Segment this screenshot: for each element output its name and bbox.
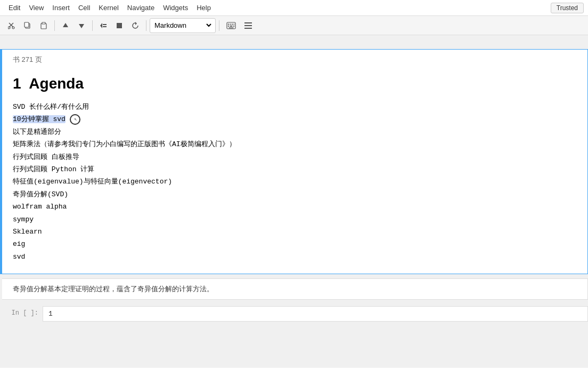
stop-icon <box>116 22 123 29</box>
agenda-item: 10分钟掌握 svd↖ <box>13 113 577 125</box>
cut-button[interactable] <box>4 18 19 33</box>
agenda-item: eig <box>13 238 577 250</box>
copy-button[interactable] <box>20 18 35 33</box>
svg-point-3 <box>12 27 14 29</box>
code-input-cell: In [ ]: 1 <box>0 306 588 322</box>
toolbar: MarkdownCodeRaw NBConvertHeading <box>0 16 588 35</box>
svg-rect-5 <box>24 22 29 27</box>
agenda-item: sympy <box>13 213 577 226</box>
menu-view[interactable]: View <box>24 2 48 14</box>
paste-button[interactable] <box>36 18 51 33</box>
agenda-item: wolfram alpha <box>13 201 577 213</box>
menu-help[interactable]: Help <box>192 2 215 14</box>
svg-rect-26 <box>244 28 252 29</box>
svg-rect-16 <box>228 23 229 25</box>
agenda-item: svd <box>13 251 577 263</box>
agenda-list: SVD 长什么样/有什么用10分钟掌握 svd↖以下是精通部分矩阵乘法（请参考我… <box>13 101 577 263</box>
insert-above-button[interactable] <box>96 18 111 33</box>
svg-rect-22 <box>233 26 234 27</box>
restart-icon <box>132 22 139 29</box>
svg-marker-14 <box>135 22 137 25</box>
agenda-item: 行列式回顾 Python 计算 <box>13 163 577 175</box>
agenda-heading: 1 Agenda <box>13 75 577 92</box>
menu-insert[interactable]: Insert <box>48 2 74 14</box>
svg-rect-19 <box>234 23 235 25</box>
agenda-item: Sklearn <box>13 226 577 238</box>
menu-widgets[interactable]: Widgets <box>159 2 192 14</box>
copy-icon <box>24 22 31 29</box>
menu-bar: Edit View Insert Cell Kernel Navigate Wi… <box>0 0 588 16</box>
svg-rect-24 <box>244 22 252 23</box>
text-cell-body[interactable]: 奇异值分解基本定理证明的过程，蕴含了奇异值分解的计算方法。 <box>2 278 588 300</box>
menu-cell[interactable]: Cell <box>74 2 94 14</box>
svg-rect-25 <box>244 25 252 26</box>
svg-rect-12 <box>103 26 107 27</box>
restart-button[interactable] <box>128 18 143 33</box>
list-icon-button[interactable] <box>241 18 256 33</box>
separator-4 <box>219 20 219 31</box>
move-down-button[interactable] <box>74 18 89 33</box>
cell-type-select-input[interactable]: MarkdownCodeRaw NBConvertHeading <box>152 21 213 30</box>
cell-type-dropdown[interactable]: MarkdownCodeRaw NBConvertHeading <box>150 18 216 33</box>
insert-above-icon <box>100 22 107 29</box>
svg-rect-20 <box>228 26 229 27</box>
notebook-container: 书 271 页 1 Agenda SVD 长什么样/有什么用10分钟掌握 svd… <box>0 35 588 367</box>
list-icon <box>244 22 252 29</box>
trusted-button[interactable]: Trusted <box>551 3 584 13</box>
code-input-area[interactable]: 1 <box>43 306 588 322</box>
agenda-item: 矩阵乘法（请参考我们专门为小白编写的正版图书《AI极简编程入门》） <box>13 138 577 150</box>
arrow-up-icon <box>62 22 69 29</box>
keyboard-icon <box>226 22 236 29</box>
menu-kernel[interactable]: Kernel <box>94 2 123 14</box>
text-cell: 奇异值分解基本定理证明的过程，蕴含了奇异值分解的计算方法。 <box>0 278 588 300</box>
svg-rect-11 <box>103 24 107 25</box>
agenda-item: 行列式回顾 白板推导 <box>13 151 577 163</box>
svg-marker-10 <box>100 23 102 28</box>
svg-rect-13 <box>117 23 122 28</box>
keyboard-shortcut-button[interactable] <box>223 18 240 33</box>
separator-3 <box>146 20 146 31</box>
move-up-button[interactable] <box>58 18 73 33</box>
text-cell-content: 奇异值分解基本定理证明的过程，蕴含了奇异值分解的计算方法。 <box>2 279 587 299</box>
svg-point-2 <box>8 27 10 29</box>
code-prompt: In [ ]: <box>0 306 43 322</box>
svg-rect-17 <box>230 23 231 25</box>
page-note: 书 271 页 <box>13 55 577 65</box>
cursor-indicator: ↖ <box>70 114 80 125</box>
agenda-item: 奇异值分解(SVD) <box>13 188 577 201</box>
svg-marker-8 <box>63 23 68 27</box>
paste-icon <box>40 22 47 29</box>
agenda-item: 特征值(eigenvalue)与特征向量(eigenvector) <box>13 175 577 188</box>
markdown-cell-body[interactable]: 书 271 页 1 Agenda SVD 长什么样/有什么用10分钟掌握 svd… <box>2 49 588 274</box>
markdown-cell: 书 271 页 1 Agenda SVD 长什么样/有什么用10分钟掌握 svd… <box>0 49 588 274</box>
agenda-item: 以下是精通部分 <box>13 126 577 138</box>
svg-rect-23 <box>229 27 234 28</box>
separator-1 <box>54 20 55 31</box>
menu-navigate[interactable]: Navigate <box>123 2 159 14</box>
agenda-item: SVD 长什么样/有什么用 <box>13 101 577 113</box>
svg-rect-18 <box>232 23 233 25</box>
svg-rect-21 <box>230 26 233 27</box>
markdown-cell-content: 书 271 页 1 Agenda SVD 长什么样/有什么用10分钟掌握 svd… <box>2 50 587 274</box>
svg-marker-9 <box>79 24 84 28</box>
cut-icon <box>8 22 15 29</box>
stop-button[interactable] <box>112 18 127 33</box>
svg-rect-7 <box>42 22 45 24</box>
highlighted-agenda-item: 10分钟掌握 svd <box>13 115 66 123</box>
separator-2 <box>92 20 93 31</box>
arrow-down-icon <box>78 22 85 29</box>
menu-edit[interactable]: Edit <box>4 2 24 14</box>
